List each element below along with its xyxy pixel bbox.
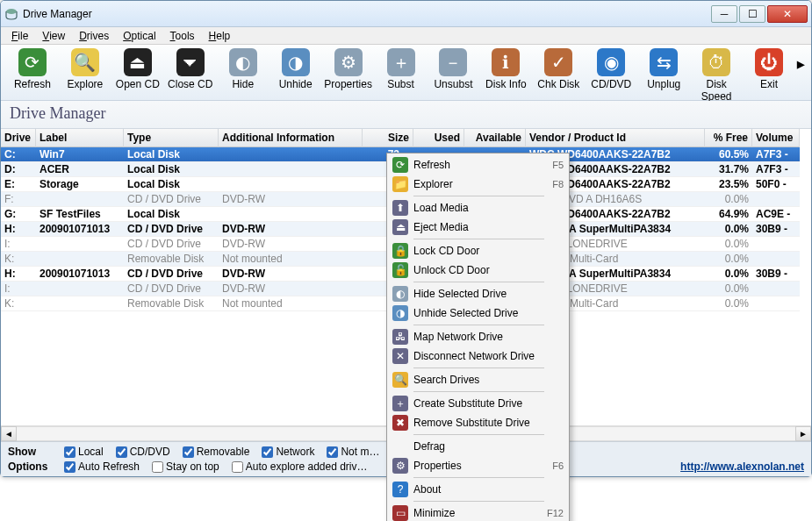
option-stay-on-top[interactable]: Stay on top	[152, 460, 219, 473]
toolbar-overflow[interactable]: ▶	[795, 48, 806, 70]
refresh-icon: ⟳	[18, 48, 47, 76]
page-title: Drive Manager	[1, 101, 811, 129]
ctx-unlock-cd-door[interactable]: 🔓Unlock CD Door	[389, 260, 567, 280]
website-link[interactable]: http://www.alexnolan.net	[680, 460, 804, 473]
checkbox[interactable]	[64, 461, 75, 473]
ctx-minimize[interactable]: ▭MinimizeF12	[389, 503, 567, 521]
explore-icon: 🔍	[71, 48, 99, 76]
show-cd-dvd[interactable]: CD/DVD	[116, 446, 170, 458]
col-used[interactable]: Used	[413, 129, 464, 147]
show-label: Show	[8, 446, 52, 458]
explorer-icon: 📁	[392, 176, 408, 192]
col-label[interactable]: Label	[36, 129, 124, 147]
toolbar-exit[interactable]: ⏻Exit	[743, 48, 795, 90]
show-removable[interactable]: Removable	[183, 446, 250, 458]
grid-header[interactable]: DriveLabelTypeAdditional InformationSize…	[1, 129, 811, 147]
ctx-lock-cd-door[interactable]: 🔒Lock CD Door	[389, 241, 567, 260]
minimize-icon: ▭	[392, 505, 408, 521]
ctx-create-substitute-drive[interactable]: ＋Create Substitute Drive	[389, 394, 567, 413]
toolbar-cd-dvd[interactable]: ◉CD/DVD	[585, 48, 637, 90]
col-volume[interactable]: Volume	[752, 129, 800, 147]
show-not-m-[interactable]: Not m…	[327, 446, 379, 458]
unhide-selected-drive-icon: ◑	[392, 305, 408, 321]
unlock-cd-door-icon: 🔓	[392, 262, 408, 278]
ctx-defrag[interactable]: Defrag	[389, 437, 567, 456]
context-menu: ⟳RefreshF5📁ExplorerF8⬆Load Media⏏Eject M…	[386, 153, 570, 521]
menu-drives[interactable]: Drives	[72, 28, 116, 44]
toolbar-unsubst[interactable]: －Unsubst	[428, 48, 480, 90]
map-network-drive-icon: 🖧	[392, 329, 408, 345]
menu-file[interactable]: File	[4, 28, 35, 44]
col-vendor-product-id[interactable]: Vendor / Product Id	[526, 129, 705, 147]
col-size[interactable]: Size	[363, 129, 413, 147]
ctx-remove-substitute-drive[interactable]: ✖Remove Substitute Drive	[389, 413, 567, 432]
toolbar-subst[interactable]: ＋Subst	[375, 48, 428, 90]
scroll-left-icon[interactable]: ◄	[1, 426, 17, 441]
scroll-right-icon[interactable]: ►	[795, 426, 811, 441]
option-auto-explore-added-driv-[interactable]: Auto explore added driv…	[232, 460, 368, 473]
toolbar-refresh[interactable]: ⟳Refresh	[6, 48, 59, 90]
checkbox[interactable]	[116, 446, 127, 458]
ctx-refresh[interactable]: ⟳RefreshF5	[389, 155, 567, 175]
menu-help[interactable]: Help	[202, 28, 238, 44]
exit-icon: ⏻	[755, 48, 783, 76]
ctx-map-network-drive[interactable]: 🖧Map Network Drive	[389, 327, 567, 346]
checkbox[interactable]	[152, 461, 163, 473]
option-auto-refresh[interactable]: Auto Refresh	[64, 460, 140, 473]
show-local[interactable]: Local	[64, 446, 104, 458]
toolbar-close-cd[interactable]: ⏷Close CD	[164, 48, 217, 90]
unhide-icon: ◑	[282, 48, 310, 76]
unplug-icon: ⇆	[650, 48, 678, 76]
checkbox[interactable]	[183, 446, 194, 458]
refresh-icon: ⟳	[392, 157, 408, 173]
subst-icon: ＋	[387, 48, 415, 76]
toolbar-open-cd[interactable]: ⏏Open CD	[111, 48, 164, 90]
toolbar-properties[interactable]: ⚙Properties	[322, 48, 375, 90]
load-media-icon: ⬆	[392, 200, 408, 216]
ctx-properties[interactable]: ⚙PropertiesF6	[389, 456, 567, 475]
col-additional-information[interactable]: Additional Information	[219, 129, 363, 147]
checkbox[interactable]	[327, 446, 338, 458]
minimize-button[interactable]: ─	[711, 5, 737, 23]
col-drive[interactable]: Drive	[1, 129, 36, 147]
disk-info-icon: ℹ	[492, 48, 520, 76]
properties-icon: ⚙	[334, 48, 363, 76]
checkbox[interactable]	[232, 461, 243, 473]
defrag-icon	[392, 439, 408, 454]
checkbox[interactable]	[64, 446, 75, 458]
maximize-button[interactable]: ☐	[739, 5, 765, 23]
lock-cd-door-icon: 🔒	[392, 243, 408, 259]
ctx-hide-selected-drive[interactable]: ◐Hide Selected Drive	[389, 284, 567, 303]
col-available[interactable]: Available	[464, 129, 526, 147]
ctx-disconnect-network-drive[interactable]: ✕Disconnect Network Drive	[389, 346, 567, 366]
toolbar-disk-speed[interactable]: ⏱Disk Speed	[690, 48, 743, 103]
toolbar-chk-disk[interactable]: ✓Chk Disk	[532, 48, 585, 90]
app-icon	[4, 7, 18, 21]
svg-point-0	[6, 9, 17, 14]
close-button[interactable]: ✕	[767, 5, 808, 23]
options-label: Options	[8, 460, 52, 473]
ctx-unhide-selected-drive[interactable]: ◑Unhide Selected Drive	[389, 303, 567, 323]
show-network[interactable]: Network	[262, 446, 314, 458]
menu-view[interactable]: View	[35, 28, 72, 44]
toolbar-explore[interactable]: 🔍Explore	[59, 48, 111, 90]
disconnect-network-drive-icon: ✕	[392, 348, 408, 364]
toolbar-unhide[interactable]: ◑Unhide	[269, 48, 322, 90]
ctx-about[interactable]: ?About	[389, 480, 567, 499]
ctx-load-media[interactable]: ⬆Load Media	[389, 198, 567, 218]
toolbar-unplug[interactable]: ⇆Unplug	[637, 48, 690, 90]
ctx-search-drives[interactable]: 🔍Search Drives	[389, 370, 567, 389]
eject-media-icon: ⏏	[392, 219, 408, 235]
close-cd-icon: ⏷	[176, 48, 205, 76]
checkbox[interactable]	[262, 446, 273, 458]
col-type[interactable]: Type	[124, 129, 219, 147]
menu-tools[interactable]: Tools	[163, 28, 202, 44]
about-icon: ?	[392, 482, 408, 497]
toolbar-hide[interactable]: ◐Hide	[217, 48, 269, 90]
ctx-eject-media[interactable]: ⏏Eject Media	[389, 218, 567, 237]
col--free[interactable]: % Free	[705, 129, 752, 147]
titlebar[interactable]: Drive Manager ─ ☐ ✕	[1, 1, 811, 27]
toolbar-disk-info[interactable]: ℹDisk Info	[479, 48, 532, 90]
ctx-explorer[interactable]: 📁ExplorerF8	[389, 175, 567, 194]
menu-optical[interactable]: Optical	[116, 28, 162, 44]
